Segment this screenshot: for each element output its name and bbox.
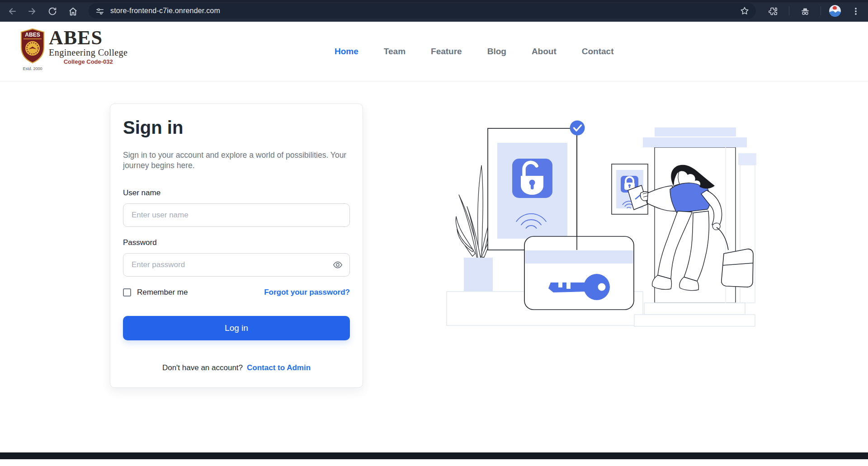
nav-item-about[interactable]: About [532,47,557,56]
address-bar[interactable]: store-frontend-c7ie.onrender.com [89,3,756,19]
forgot-password-link[interactable]: Forgot your password? [264,288,350,297]
handbag [722,249,753,287]
nav-item-home[interactable]: Home [335,47,359,56]
forward-icon [27,6,38,17]
toolbar-separator [821,6,821,15]
unlock-icon [512,159,552,198]
url-text[interactable]: store-frontend-c7ie.onrender.com [110,7,740,15]
password-label: Password [123,238,350,247]
back-icon [7,6,18,17]
plant-pot [464,258,493,291]
username-input[interactable] [123,203,350,227]
home-button[interactable] [67,5,79,17]
home-icon [68,6,78,17]
signup-question: Don't have an account? [162,363,243,372]
profile-avatar[interactable] [829,5,841,17]
reload-icon [47,6,57,16]
menu-button[interactable] [850,5,862,17]
signin-subtitle: Sign in to your account and explore a wo… [123,150,350,171]
main-nav: Home Team Feature Blog About Contact [335,22,614,81]
signin-card: Sign in Sign in to your account and expl… [110,104,363,388]
remember-me-group: Remember me [123,288,188,297]
incognito-indicator[interactable] [799,5,811,17]
login-button[interactable]: Log in [123,316,350,340]
logo-estd: Estd. 2000 [20,66,45,71]
college-logo: ABES Estd. 2000 ABES Engineering College… [20,28,127,71]
extensions-button[interactable] [768,5,779,17]
bookmark-star-icon[interactable] [740,6,750,16]
forward-button[interactable] [26,5,38,17]
security-illustration [445,118,762,330]
signin-title: Sign in [123,118,350,137]
site-header: ABES Estd. 2000 ABES Engineering College… [0,22,868,81]
kebab-menu-icon [851,7,860,16]
extensions-puzzle-icon [769,6,778,16]
show-password-eye-icon[interactable] [333,260,343,270]
nav-item-team[interactable]: Team [384,47,406,56]
password-input[interactable] [123,253,350,277]
nav-item-contact[interactable]: Contact [582,47,614,56]
reload-button[interactable] [47,5,58,17]
remember-me-label: Remember me [137,288,188,297]
access-panel [488,128,577,250]
shield-icon: ABES [20,28,45,64]
nav-item-blog[interactable]: Blog [487,47,506,56]
svg-text:ABES: ABES [25,32,40,38]
key-card [524,236,634,310]
logo-college-code: College Code-032 [49,58,127,65]
avatar-image [829,5,841,17]
main-content: Sign in Sign in to your account and expl… [0,81,868,459]
back-button[interactable] [6,5,18,17]
logo-text: ABES Engineering College College Code-03… [49,28,127,65]
logo-shield: ABES Estd. 2000 [20,28,45,71]
logo-subtitle: Engineering College [49,48,127,57]
toolbar-separator [789,6,789,15]
remember-me-checkbox[interactable] [123,288,131,297]
site-info-icon[interactable] [95,6,105,16]
browser-toolbar: store-frontend-c7ie.onrender.com [0,0,868,22]
footer-strip [0,452,868,459]
nav-item-feature[interactable]: Feature [431,47,462,56]
logo-name: ABES [49,28,127,48]
incognito-icon [800,6,811,17]
username-label: User name [123,188,350,198]
contact-admin-link[interactable]: Contact to Admin [247,363,311,372]
